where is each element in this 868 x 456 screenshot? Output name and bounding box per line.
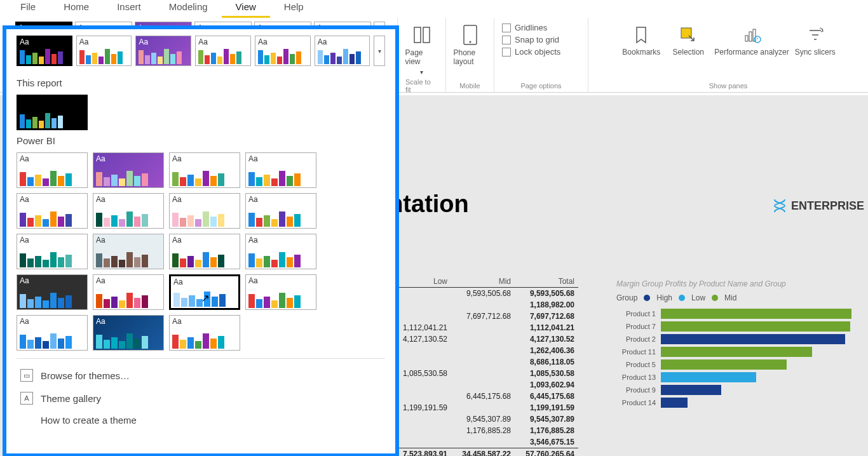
- table-row: 1,093,602.94: [388, 379, 578, 391]
- theme-swatch[interactable]: Aa: [93, 274, 164, 310]
- action-browse-for-themes-[interactable]: ▭Browse for themes…: [17, 364, 385, 387]
- checkbox-lock-objects[interactable]: Lock objects: [502, 46, 580, 58]
- svg-point-3: [469, 41, 471, 43]
- chart-bar-row: Product 11: [616, 347, 864, 357]
- data-table[interactable]: LowMidTotal 9,593,505.689,593,505.681,18…: [388, 276, 578, 456]
- theme-swatch[interactable]: Aa: [169, 234, 240, 269]
- theme-swatch[interactable]: Aa: [245, 193, 316, 229]
- chart-bar-row: Product 13: [616, 372, 864, 382]
- chart-legend: GroupHighLowMid: [616, 293, 864, 302]
- table-row: 1,176,885.281,176,885.28: [388, 425, 578, 436]
- selection-button[interactable]: Selection: [666, 22, 710, 59]
- chart-title: Margin Group Profits by Product Name and…: [616, 279, 864, 288]
- theme-swatch[interactable]: Aa: [17, 274, 88, 310]
- dropdown-actions: ▭Browse for themes…ATheme galleryHow to …: [17, 358, 385, 431]
- action-how-to-create-a-theme[interactable]: How to create a theme: [17, 410, 385, 431]
- table-row: 9,545,307.899,545,307.89: [388, 413, 578, 425]
- theme-swatch[interactable]: Aa: [315, 36, 370, 66]
- theme-grid: AaAaAaAaAaAaAaAaAaAaAaAaAaAaAa↖AaAaAaAa: [17, 152, 385, 351]
- table-total-row: 7,523,893.9134,458,587.2257,760,265.64: [388, 448, 578, 456]
- svg-rect-0: [414, 27, 421, 43]
- chart-bar-row: Product 7: [616, 321, 864, 332]
- group-label-scale: Scale to fit: [405, 78, 438, 95]
- theme-swatch[interactable]: Aa: [169, 152, 240, 188]
- table-row: 3,546,675.15: [388, 436, 578, 448]
- table-row: 8,686,118.05: [388, 356, 578, 368]
- menu-bar: FileHomeInsertModelingViewHelp: [0, 0, 868, 18]
- performance-analyzer-icon: [741, 24, 763, 46]
- menu-home[interactable]: Home: [50, 0, 103, 16]
- current-theme-slot: Aa: [17, 95, 385, 130]
- theme-swatch[interactable]: Aa: [245, 152, 316, 188]
- table-row: 6,445,175.686,445,175.68: [388, 391, 578, 402]
- checkbox-snap-to-grid[interactable]: Snap to grid: [502, 34, 580, 46]
- theme-swatch[interactable]: Aa: [93, 152, 164, 188]
- theme-swatch[interactable]: Aa: [93, 315, 164, 351]
- menu-help[interactable]: Help: [270, 0, 318, 16]
- theme-swatch[interactable]: Aa: [169, 315, 240, 351]
- table-row: 4,127,130.524,127,130.52: [388, 333, 578, 345]
- section-this-report: This report: [17, 77, 385, 88]
- bar-chart[interactable]: Margin Group Profits by Product Name and…: [616, 279, 864, 410]
- page-view-icon: [411, 24, 433, 46]
- chart-bar-row: Product 5: [616, 359, 864, 370]
- table-row: 1,199,191.591,199,191.59: [388, 402, 578, 413]
- dna-icon: [772, 198, 787, 213]
- theme-swatch[interactable]: Aa: [245, 274, 316, 310]
- theme-swatch[interactable]: Aa: [195, 36, 251, 66]
- menu-file[interactable]: File: [6, 0, 50, 16]
- table-row: 1,085,530.581,085,530.58: [388, 368, 578, 379]
- table-row: 9,593,505.689,593,505.68: [388, 288, 578, 299]
- theme-swatch[interactable]: Aa: [17, 234, 88, 269]
- chart-bar-row: Product 1: [616, 309, 864, 319]
- chart-bars: Product 1Product 7Product 2Product 11Pro…: [616, 309, 864, 408]
- chart-bar-row: Product 2: [616, 334, 864, 344]
- table-row: 7,697,712.687,697,712.68: [388, 311, 578, 322]
- table-row: 1,188,982.00: [388, 299, 578, 311]
- theme-swatch[interactable]: Aa: [17, 315, 88, 351]
- chart-bar-row: Product 14: [616, 398, 864, 408]
- theme-swatch[interactable]: Aa: [17, 152, 88, 188]
- phone-icon: [459, 24, 481, 46]
- group-label-options: Page options: [520, 82, 561, 91]
- bookmarks-button[interactable]: Bookmarks: [619, 22, 663, 59]
- theme-swatch[interactable]: Aa: [255, 36, 311, 66]
- group-label-mobile: Mobile: [459, 82, 480, 91]
- group-label-panes: Show panes: [709, 82, 748, 91]
- sync-slicers-button[interactable]: Sync slicers: [793, 22, 837, 59]
- sync-slicers-icon: [804, 24, 826, 46]
- theme-swatch[interactable]: Aa: [93, 193, 164, 229]
- page-view-button[interactable]: Page view ▾: [404, 22, 440, 78]
- checkbox-gridlines[interactable]: Gridlines: [502, 22, 580, 34]
- svg-rect-6: [749, 32, 752, 41]
- theme-swatch[interactable]: Aa: [17, 193, 88, 229]
- table-row: 1,262,406.36: [388, 345, 578, 356]
- theme-swatch[interactable]: Aa: [135, 36, 191, 66]
- performance-analyzer-button[interactable]: Performance analyzer: [713, 22, 790, 59]
- chart-bar-row: Product 9: [616, 385, 864, 395]
- svg-rect-1: [423, 27, 430, 43]
- brand-logo: ENTERPRISE: [772, 198, 864, 213]
- phone-layout-button[interactable]: Phone layout: [452, 22, 488, 69]
- table-body: 9,593,505.689,593,505.681,188,982.007,69…: [388, 288, 578, 448]
- menu-modeling[interactable]: Modeling: [155, 0, 222, 16]
- bookmarks-icon: [630, 24, 652, 46]
- theme-swatch[interactable]: Aa: [76, 36, 132, 66]
- page-options-checks: GridlinesSnap to gridLock objects: [502, 22, 580, 58]
- theme-swatch[interactable]: Aa↖: [169, 274, 240, 310]
- table-row: 1,112,041.211,112,041.21: [388, 322, 578, 333]
- themes-dropdown: AaAaAaAaAaAa▾ This report Aa Power BI Aa…: [3, 25, 399, 456]
- show-panes-buttons: BookmarksSelectionPerformance analyzerSy…: [619, 22, 837, 59]
- theme-dropdown-toggle[interactable]: ▾: [374, 36, 385, 66]
- svg-rect-5: [745, 36, 748, 41]
- theme-swatch[interactable]: Aa: [245, 234, 316, 269]
- theme-swatch[interactable]: Aa: [93, 234, 164, 269]
- section-power-bi: Power BI: [17, 135, 385, 146]
- theme-swatch[interactable]: Aa: [169, 193, 240, 229]
- menu-insert[interactable]: Insert: [103, 0, 155, 16]
- action-theme-gallery[interactable]: ATheme gallery: [17, 387, 385, 410]
- theme-swatch[interactable]: Aa: [17, 36, 72, 66]
- table-header: LowMidTotal: [388, 276, 578, 288]
- theme-swatch[interactable]: Aa: [17, 95, 88, 130]
- menu-view[interactable]: View: [222, 0, 270, 18]
